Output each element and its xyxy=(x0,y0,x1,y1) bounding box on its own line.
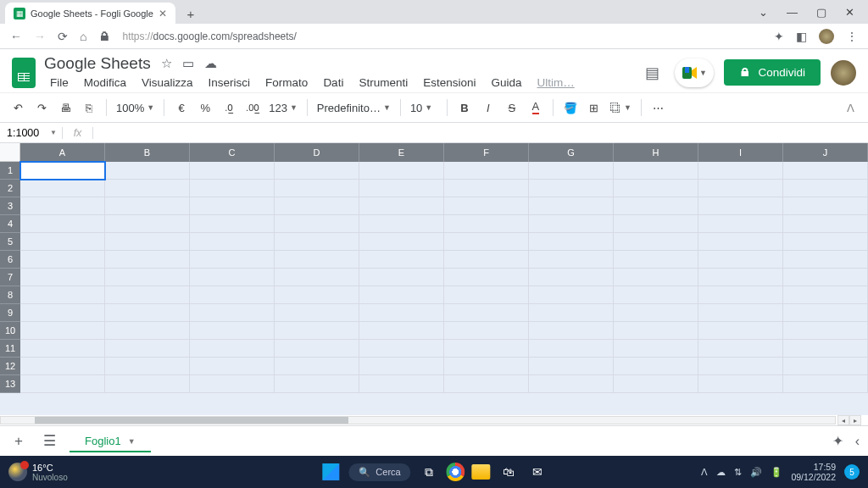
cell[interactable] xyxy=(359,233,444,251)
cell[interactable] xyxy=(783,340,868,358)
account-avatar-icon[interactable] xyxy=(831,60,856,86)
cell[interactable] xyxy=(190,375,275,393)
cell[interactable] xyxy=(190,251,275,269)
cell[interactable] xyxy=(20,251,105,269)
cell[interactable] xyxy=(444,215,529,233)
cell[interactable] xyxy=(444,340,529,358)
notification-badge[interactable]: 5 xyxy=(844,464,860,480)
cell[interactable] xyxy=(105,358,190,375)
cell[interactable] xyxy=(359,197,444,215)
cell[interactable] xyxy=(783,197,868,215)
share-button[interactable]: 🔒︎ Condividi xyxy=(724,59,821,86)
cell[interactable] xyxy=(614,180,698,197)
cell[interactable] xyxy=(614,233,698,251)
cell[interactable] xyxy=(614,322,698,340)
menu-dati[interactable]: Dati xyxy=(317,75,349,91)
cell[interactable] xyxy=(529,304,614,322)
cell[interactable] xyxy=(783,358,868,375)
menu-visualizza[interactable]: Visualizza xyxy=(136,75,199,91)
cell[interactable] xyxy=(20,180,105,197)
cell[interactable] xyxy=(190,269,275,286)
cell[interactable] xyxy=(20,215,105,233)
column-header[interactable]: H xyxy=(614,143,698,162)
cell[interactable] xyxy=(275,358,359,375)
row-header[interactable]: 5 xyxy=(0,233,20,251)
cell[interactable] xyxy=(105,286,190,304)
cell[interactable] xyxy=(529,180,614,197)
store-icon[interactable]: 🛍 xyxy=(498,461,520,483)
cell[interactable] xyxy=(783,269,868,286)
cell[interactable] xyxy=(783,251,868,269)
cell[interactable] xyxy=(698,375,783,393)
windows-start-button[interactable] xyxy=(320,461,342,483)
menu-modifica[interactable]: Modifica xyxy=(78,75,132,91)
add-sheet-button[interactable]: + xyxy=(8,433,29,450)
cell[interactable] xyxy=(529,197,614,215)
scroll-left-icon[interactable]: ◂ xyxy=(837,415,849,425)
increase-decimal-button[interactable]: .00̲ xyxy=(242,97,264,119)
column-header[interactable]: A xyxy=(20,143,105,162)
cell[interactable] xyxy=(359,322,444,340)
cell[interactable] xyxy=(698,233,783,251)
move-icon[interactable]: ▭ xyxy=(182,56,194,71)
cell[interactable] xyxy=(444,304,529,322)
row-header[interactable]: 7 xyxy=(0,269,20,286)
bold-button[interactable]: B xyxy=(453,97,476,119)
minimize-icon[interactable]: — xyxy=(787,6,798,19)
cell[interactable] xyxy=(698,322,783,340)
all-sheets-button[interactable]: ☰ xyxy=(39,432,59,450)
cell[interactable] xyxy=(275,304,359,322)
cell[interactable] xyxy=(444,180,529,197)
cell[interactable] xyxy=(275,340,359,358)
cell[interactable] xyxy=(698,269,783,286)
menu-file[interactable]: File xyxy=(44,75,75,91)
cell[interactable] xyxy=(190,340,275,358)
cloud-status-icon[interactable]: ☁ xyxy=(204,56,217,71)
forward-icon[interactable]: → xyxy=(34,30,46,43)
select-all-corner[interactable] xyxy=(0,143,20,162)
chrome-icon[interactable] xyxy=(447,463,465,481)
number-format-select[interactable]: 123▼ xyxy=(265,102,301,114)
cell[interactable] xyxy=(698,251,783,269)
merge-cells-button[interactable]: ⿻▼ xyxy=(607,102,635,114)
zoom-select[interactable]: 100%▼ xyxy=(113,102,158,114)
cell[interactable] xyxy=(359,215,444,233)
cell[interactable] xyxy=(444,375,529,393)
cell[interactable] xyxy=(783,375,868,393)
cell[interactable] xyxy=(783,304,868,322)
column-header[interactable]: F xyxy=(444,143,529,162)
cell[interactable] xyxy=(444,358,529,375)
cell[interactable] xyxy=(359,340,444,358)
cell[interactable] xyxy=(614,340,698,358)
taskbar-clock[interactable]: 17:5909/12/2022 xyxy=(791,462,836,482)
cell[interactable] xyxy=(614,286,698,304)
italic-button[interactable]: I xyxy=(477,97,499,119)
cell[interactable] xyxy=(614,304,698,322)
cell[interactable] xyxy=(529,251,614,269)
mail-icon[interactable]: ✉ xyxy=(526,461,548,483)
cell[interactable] xyxy=(783,162,868,180)
cell[interactable] xyxy=(614,251,698,269)
menu-estensioni[interactable]: Estensioni xyxy=(417,75,481,91)
cell[interactable] xyxy=(20,197,105,215)
cell[interactable] xyxy=(275,215,359,233)
cell[interactable] xyxy=(359,358,444,375)
row-header[interactable]: 6 xyxy=(0,251,20,269)
cell[interactable] xyxy=(20,340,105,358)
cell[interactable] xyxy=(275,269,359,286)
row-header[interactable]: 10 xyxy=(0,322,20,340)
menu-strumenti[interactable]: Strumenti xyxy=(353,75,414,91)
cell[interactable] xyxy=(190,322,275,340)
cell[interactable] xyxy=(529,269,614,286)
row-header[interactable]: 3 xyxy=(0,197,20,215)
row-header[interactable]: 1 xyxy=(0,162,20,180)
onedrive-icon[interactable]: ☁ xyxy=(716,467,726,478)
cell[interactable] xyxy=(105,375,190,393)
cell[interactable] xyxy=(359,180,444,197)
row-header[interactable]: 2 xyxy=(0,180,20,197)
cell[interactable] xyxy=(20,304,105,322)
cell[interactable] xyxy=(20,269,105,286)
sheets-logo-icon[interactable] xyxy=(12,58,36,88)
cell[interactable] xyxy=(190,286,275,304)
cell[interactable] xyxy=(105,340,190,358)
